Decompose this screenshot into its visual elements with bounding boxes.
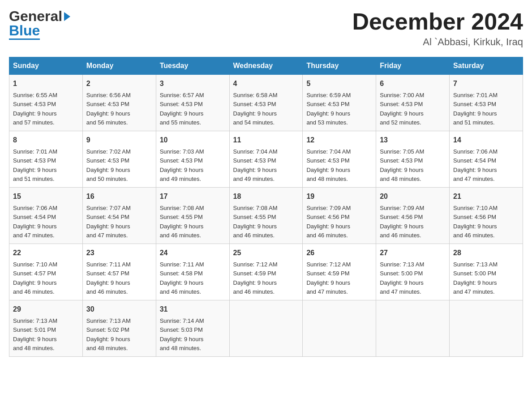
calendar-cell: 12 Sunrise: 7:04 AMSunset: 4:53 PMDaylig… (303, 131, 376, 188)
col-header-thursday: Thursday (303, 57, 376, 75)
col-header-tuesday: Tuesday (156, 57, 229, 75)
day-number: 4 (233, 78, 299, 89)
calendar-cell: 18 Sunrise: 7:08 AMSunset: 4:55 PMDaylig… (229, 188, 303, 244)
day-number: 6 (380, 78, 446, 89)
calendar-cell: 22 Sunrise: 7:10 AMSunset: 4:57 PMDaylig… (9, 244, 83, 300)
day-info: Sunrise: 7:13 AMSunset: 5:00 PMDaylight:… (380, 261, 424, 295)
day-number: 2 (86, 78, 152, 89)
day-number: 19 (306, 191, 372, 202)
day-info: Sunrise: 7:14 AMSunset: 5:03 PMDaylight:… (160, 317, 204, 351)
day-number: 14 (453, 135, 519, 146)
day-info: Sunrise: 7:10 AMSunset: 4:56 PMDaylight:… (453, 205, 498, 239)
calendar-week-row: 1 Sunrise: 6:55 AMSunset: 4:53 PMDayligh… (9, 75, 523, 131)
calendar-cell: 15 Sunrise: 7:06 AMSunset: 4:54 PMDaylig… (9, 188, 83, 244)
logo-underline (9, 39, 40, 40)
calendar-cell: 10 Sunrise: 7:03 AMSunset: 4:53 PMDaylig… (156, 131, 229, 188)
day-info: Sunrise: 7:06 AMSunset: 4:54 PMDaylight:… (13, 205, 57, 239)
day-number: 11 (233, 135, 299, 146)
day-info: Sunrise: 7:09 AMSunset: 4:56 PMDaylight:… (380, 205, 424, 239)
day-info: Sunrise: 6:55 AMSunset: 4:53 PMDaylight:… (13, 92, 57, 126)
title-area: December 2024 Al `Abbasi, Kirkuk, Iraq (352, 9, 523, 48)
calendar-cell: 2 Sunrise: 6:56 AMSunset: 4:53 PMDayligh… (82, 75, 156, 131)
day-info: Sunrise: 7:08 AMSunset: 4:55 PMDaylight:… (233, 205, 278, 239)
day-number: 21 (453, 191, 519, 202)
calendar-cell: 8 Sunrise: 7:01 AMSunset: 4:53 PMDayligh… (9, 131, 83, 188)
calendar-cell: 7 Sunrise: 7:01 AMSunset: 4:53 PMDayligh… (450, 75, 523, 131)
day-number: 23 (86, 248, 152, 258)
calendar-week-row: 15 Sunrise: 7:06 AMSunset: 4:54 PMDaylig… (9, 188, 523, 244)
calendar-cell: 14 Sunrise: 7:06 AMSunset: 4:54 PMDaylig… (450, 131, 523, 188)
calendar-cell: 13 Sunrise: 7:05 AMSunset: 4:53 PMDaylig… (376, 131, 450, 188)
logo: General Blue (9, 9, 70, 40)
day-info: Sunrise: 7:03 AMSunset: 4:53 PMDaylight:… (160, 148, 204, 182)
day-info: Sunrise: 7:00 AMSunset: 4:53 PMDaylight:… (380, 92, 424, 126)
day-info: Sunrise: 7:11 AMSunset: 4:57 PMDaylight:… (86, 261, 131, 295)
logo-blue: Blue (9, 23, 40, 38)
day-info: Sunrise: 7:08 AMSunset: 4:55 PMDaylight:… (160, 205, 204, 239)
day-info: Sunrise: 7:12 AMSunset: 4:59 PMDaylight:… (233, 261, 278, 295)
day-info: Sunrise: 6:59 AMSunset: 4:53 PMDaylight:… (306, 92, 351, 126)
day-number: 28 (453, 248, 519, 258)
day-number: 20 (380, 191, 446, 202)
day-number: 5 (306, 78, 372, 89)
calendar-cell: 1 Sunrise: 6:55 AMSunset: 4:53 PMDayligh… (9, 75, 83, 131)
day-number: 29 (13, 304, 79, 315)
calendar-cell: 6 Sunrise: 7:00 AMSunset: 4:53 PMDayligh… (376, 75, 450, 131)
calendar-cell: 16 Sunrise: 7:07 AMSunset: 4:54 PMDaylig… (82, 188, 156, 244)
calendar-header-row: SundayMondayTuesdayWednesdayThursdayFrid… (9, 57, 523, 75)
day-number: 26 (306, 248, 372, 258)
col-header-saturday: Saturday (450, 57, 523, 75)
day-info: Sunrise: 7:05 AMSunset: 4:53 PMDaylight:… (380, 148, 424, 182)
day-number: 25 (233, 248, 299, 258)
day-number: 17 (160, 191, 226, 202)
calendar-week-row: 29 Sunrise: 7:13 AMSunset: 5:01 PMDaylig… (9, 300, 523, 357)
day-number: 13 (380, 135, 446, 146)
calendar-cell: 26 Sunrise: 7:12 AMSunset: 4:59 PMDaylig… (303, 244, 376, 300)
logo-arrow-icon (64, 12, 70, 21)
calendar-cell: 20 Sunrise: 7:09 AMSunset: 4:56 PMDaylig… (376, 188, 450, 244)
calendar-cell: 21 Sunrise: 7:10 AMSunset: 4:56 PMDaylig… (450, 188, 523, 244)
day-info: Sunrise: 7:13 AMSunset: 5:00 PMDaylight:… (453, 261, 498, 295)
calendar-cell: 28 Sunrise: 7:13 AMSunset: 5:00 PMDaylig… (450, 244, 523, 300)
month-title: December 2024 (352, 9, 523, 34)
day-info: Sunrise: 7:12 AMSunset: 4:59 PMDaylight:… (306, 261, 351, 295)
day-info: Sunrise: 7:10 AMSunset: 4:57 PMDaylight:… (13, 261, 57, 295)
calendar-cell: 9 Sunrise: 7:02 AMSunset: 4:53 PMDayligh… (82, 131, 156, 188)
calendar-cell (450, 300, 523, 357)
day-info: Sunrise: 6:56 AMSunset: 4:53 PMDaylight:… (86, 92, 131, 126)
day-info: Sunrise: 7:01 AMSunset: 4:53 PMDaylight:… (13, 148, 57, 182)
col-header-friday: Friday (376, 57, 450, 75)
calendar-cell: 24 Sunrise: 7:11 AMSunset: 4:58 PMDaylig… (156, 244, 229, 300)
day-number: 10 (160, 135, 226, 146)
day-info: Sunrise: 7:09 AMSunset: 4:56 PMDaylight:… (306, 205, 351, 239)
calendar-table: SundayMondayTuesdayWednesdayThursdayFrid… (9, 57, 523, 357)
day-number: 3 (160, 78, 226, 89)
col-header-monday: Monday (82, 57, 156, 75)
day-number: 18 (233, 191, 299, 202)
day-number: 27 (380, 248, 446, 258)
calendar-cell: 4 Sunrise: 6:58 AMSunset: 4:53 PMDayligh… (229, 75, 303, 131)
calendar-week-row: 22 Sunrise: 7:10 AMSunset: 4:57 PMDaylig… (9, 244, 523, 300)
day-info: Sunrise: 7:13 AMSunset: 5:02 PMDaylight:… (86, 317, 131, 351)
calendar-cell: 27 Sunrise: 7:13 AMSunset: 5:00 PMDaylig… (376, 244, 450, 300)
calendar-week-row: 8 Sunrise: 7:01 AMSunset: 4:53 PMDayligh… (9, 131, 523, 188)
day-number: 8 (13, 135, 79, 146)
day-number: 22 (13, 248, 79, 258)
day-number: 31 (160, 304, 226, 315)
calendar-cell: 30 Sunrise: 7:13 AMSunset: 5:02 PMDaylig… (82, 300, 156, 357)
day-info: Sunrise: 7:01 AMSunset: 4:53 PMDaylight:… (453, 92, 498, 126)
day-info: Sunrise: 7:07 AMSunset: 4:54 PMDaylight:… (86, 205, 131, 239)
calendar-cell: 5 Sunrise: 6:59 AMSunset: 4:53 PMDayligh… (303, 75, 376, 131)
day-number: 16 (86, 191, 152, 202)
calendar-cell (229, 300, 303, 357)
day-number: 15 (13, 191, 79, 202)
day-number: 12 (306, 135, 372, 146)
calendar-cell: 29 Sunrise: 7:13 AMSunset: 5:01 PMDaylig… (9, 300, 83, 357)
calendar-cell: 3 Sunrise: 6:57 AMSunset: 4:53 PMDayligh… (156, 75, 229, 131)
page-header: General Blue December 2024 Al `Abbasi, K… (9, 9, 523, 48)
col-header-sunday: Sunday (9, 57, 83, 75)
col-header-wednesday: Wednesday (229, 57, 303, 75)
calendar-cell: 25 Sunrise: 7:12 AMSunset: 4:59 PMDaylig… (229, 244, 303, 300)
day-info: Sunrise: 7:04 AMSunset: 4:53 PMDaylight:… (233, 148, 278, 182)
day-info: Sunrise: 6:58 AMSunset: 4:53 PMDaylight:… (233, 92, 278, 126)
